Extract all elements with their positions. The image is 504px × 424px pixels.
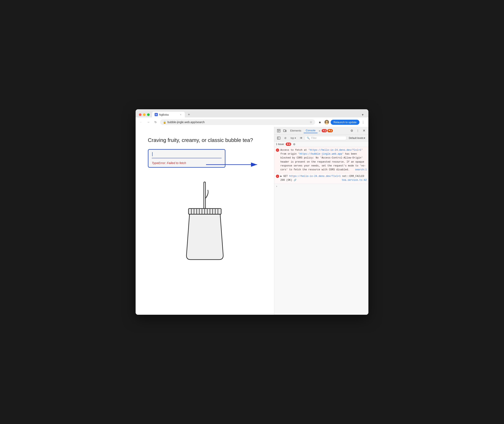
active-tab[interactable]: N NgBoba × [152,112,185,118]
warning-flag-icon: ⚑ [287,143,289,145]
prompt-icon: › [276,185,277,188]
inspect-element-icon[interactable] [276,128,282,134]
traffic-lights [139,113,150,116]
search-input-container[interactable] [152,152,222,158]
nav-actions: ■ Relaunch to update ⋮ [317,119,366,125]
log-file-link-1[interactable]: search:1 [355,168,367,172]
error-badge: ✕ 2 [322,129,327,132]
tab-title: NgBoba [159,113,178,116]
svg-rect-18 [283,130,285,132]
error-icon-2: ✕ [276,175,279,178]
error-icon-1: ✕ [276,149,279,152]
profile-icon[interactable] [324,119,330,125]
warning-badge: ⚑ 8 [327,129,333,132]
top-frame-selector[interactable]: top ▾ [289,136,298,140]
devtools-subtoolbar: ⊘ top ▾ 👁 🔍 Filter Default levels ▾ [274,135,368,142]
address-bar[interactable]: 🔒 bubble-jingle.web.app/search ☆ [160,119,315,125]
more-options-icon[interactable]: ⋮ [355,128,361,134]
url-text: bubble-jingle.web.app/search [168,120,308,124]
maximize-button[interactable] [147,113,150,116]
svg-rect-17 [277,129,280,132]
chevron-down-icon[interactable]: ▾ [360,112,365,117]
tab-elements[interactable]: Elements [288,128,303,133]
filter-input[interactable]: 🔍 Filter [305,136,346,140]
browser-window: N NgBoba × + ▾ ← → ↻ 🔒 bubble-jingle.web… [136,109,368,315]
tab-favicon: N [155,113,158,116]
issues-badge[interactable]: ⚑ 8 [286,143,291,146]
svg-rect-20 [277,137,280,139]
extensions-icon[interactable]: ■ [317,119,323,125]
console-prompt[interactable]: › [274,184,368,189]
issues-label: 1 Issue: [276,143,285,146]
text-cursor [152,152,153,156]
error-x-icon: ✕ [323,130,324,132]
tab-console[interactable]: Console [304,128,317,133]
relaunch-button[interactable]: Relaunch to update [331,120,359,125]
avatar-icon [324,120,329,124]
svg-point-1 [326,121,328,123]
more-menu-button[interactable]: ⋮ [360,119,366,125]
error-message: TypeError: Failed to fetch [152,161,222,165]
svg-rect-19 [286,130,286,132]
devtools-panel: Elements Console » ✕ 2 ⚑ 8 ⚙ ⋮ ✕ [274,127,368,315]
default-levels-button[interactable]: Default levels ▾ [347,136,367,140]
boba-illustration [148,180,262,266]
issues-settings-icon[interactable]: ⚙ [292,142,296,146]
warning-icon: ⚑ [328,130,330,132]
link-icon: 🔗 [294,179,297,181]
device-toolbar-icon[interactable] [282,128,288,134]
devtools-toolbar: Elements Console » ✕ 2 ⚑ 8 ⚙ ⋮ ✕ [274,127,368,135]
more-tabs-icon[interactable]: » [318,128,321,133]
refresh-button[interactable]: ↻ [153,119,158,125]
settings-icon[interactable]: ⚙ [349,128,355,134]
forward-button[interactable]: → [145,119,151,125]
page-content: Craving fruity, creamy, or classic bubbl… [136,127,274,315]
log-link-get-url[interactable]: https://hello-io-24.deno.dev/?lvl=1 [289,175,341,178]
lock-icon: 🔒 [163,121,166,124]
nav-bar: ← → ↻ 🔒 bubble-jingle.web.app/search ☆ ■… [136,118,368,127]
back-button[interactable]: ← [138,119,144,125]
close-button[interactable] [139,113,142,116]
bookmark-icon[interactable]: ☆ [310,120,312,124]
block-requests-icon[interactable]: ⊘ [282,135,288,141]
sidebar-toggle-icon[interactable] [276,135,282,141]
log-link-origin-url[interactable]: https://bubble-jingle.web.app [299,153,342,156]
close-devtools-icon[interactable]: ✕ [361,128,367,134]
browser-content: Craving fruity, creamy, or classic bubbl… [136,127,368,315]
console-log: ✕ Access to fetch at 'https://hello-io-2… [274,147,368,315]
log-entry-get-error: ✕ ▶ GET https://hello-io-24.deno.dev/?lv… [274,173,368,184]
chevron-down-icon-levels: ▾ [364,137,365,139]
eye-icon[interactable]: 👁 [298,135,304,141]
page-heading: Craving fruity, creamy, or classic bubbl… [148,137,262,143]
search-box: TypeError: Failed to fetch [148,149,225,168]
tab-bar: N NgBoba × + ▾ [152,112,365,118]
boba-cup-svg [182,180,227,266]
log-link-fetch-url[interactable]: https://hello-io-24.deno.dev/?lvl=1 [310,149,361,151]
issues-bar: 1 Issue: ⚑ 8 ⚙ [274,142,368,147]
new-tab-button[interactable]: + [187,112,191,117]
log-text-1: Access to fetch at 'https://hello-io-24.… [280,148,367,172]
chevron-down-icon: ▾ [295,137,296,139]
tab-close-button[interactable]: × [179,113,182,116]
title-bar: N NgBoba × + ▾ [136,109,368,118]
log-text-2: ▶ GET https://hello-io-24.deno.dev/?lvl=… [280,175,367,182]
log-file-link-2[interactable]: tea.service.ts:42 [342,178,367,182]
minimize-button[interactable] [143,113,146,116]
log-entry-cors-error: ✕ Access to fetch at 'https://hello-io-2… [274,147,368,173]
